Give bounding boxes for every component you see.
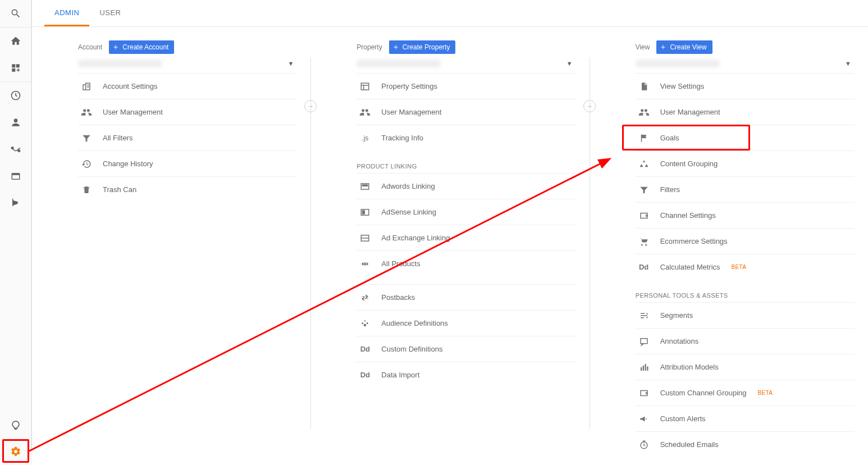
create-property-button[interactable]: Create Property xyxy=(389,40,456,54)
postbacks-item[interactable]: Postbacks xyxy=(357,284,575,310)
annotation-icon xyxy=(638,336,650,347)
caret-down-icon: ▼ xyxy=(287,60,294,67)
segments-icon xyxy=(638,311,650,321)
create-view-label: Create View xyxy=(670,43,706,51)
clock-icon xyxy=(638,440,650,450)
property-selector[interactable]: ▼ xyxy=(357,57,575,73)
attribution-models-item[interactable]: Attribution Models xyxy=(636,354,855,380)
trash-icon xyxy=(80,185,93,195)
cart-icon xyxy=(638,236,650,247)
trash-can-item[interactable]: Trash Can xyxy=(78,176,297,202)
view-user-management-item[interactable]: User Management xyxy=(636,99,855,125)
scheduled-emails-item[interactable]: Scheduled Emails xyxy=(636,431,855,457)
ad-exchange-linking-item[interactable]: Ad Exchange Linking xyxy=(357,225,575,250)
account-user-management-item[interactable]: User Management xyxy=(78,99,297,125)
svg-rect-23 xyxy=(641,390,647,395)
svg-rect-2 xyxy=(12,69,15,72)
goals-item[interactable]: Goals xyxy=(636,125,855,151)
main-area: ADMIN USER Account Create Account ▼ Acco… xyxy=(31,0,868,452)
behavior-icon[interactable] xyxy=(0,163,31,190)
history-icon xyxy=(80,159,93,169)
menu-label: Channel Settings xyxy=(660,211,716,220)
filter-icon xyxy=(638,185,650,195)
svg-point-15 xyxy=(363,263,364,264)
js-icon: .js xyxy=(359,134,371,142)
personal-tools-section: PERSONAL TOOLS & ASSETS xyxy=(636,283,855,302)
bars-icon xyxy=(638,362,650,372)
property-user-management-item[interactable]: User Management xyxy=(357,99,575,125)
tab-user[interactable]: USER xyxy=(89,0,131,26)
all-filters-item[interactable]: All Filters xyxy=(78,125,297,151)
menu-label: AdSense Linking xyxy=(381,208,436,216)
dd-icon: Dd xyxy=(359,371,371,379)
menu-label: View Settings xyxy=(660,82,705,90)
custom-alerts-item[interactable]: Custom Alerts xyxy=(636,405,855,431)
view-selector[interactable]: ▼ xyxy=(636,57,855,73)
svg-rect-19 xyxy=(641,367,642,371)
svg-rect-12 xyxy=(363,211,365,214)
svg-rect-0 xyxy=(12,64,15,67)
segments-item[interactable]: Segments xyxy=(636,302,855,328)
view-label: View xyxy=(636,43,650,51)
svg-point-4 xyxy=(12,147,13,149)
menu-label: Account Settings xyxy=(103,82,158,90)
custom-channel-grouping-item[interactable]: Custom Channel Grouping BETA xyxy=(636,380,855,405)
conversions-icon[interactable] xyxy=(0,190,31,217)
menu-label: Scheduled Emails xyxy=(660,440,719,449)
svg-rect-18 xyxy=(641,338,647,343)
property-label: Property xyxy=(357,43,382,51)
flag-icon xyxy=(638,133,650,143)
layout-icon xyxy=(359,81,371,92)
discover-icon[interactable] xyxy=(0,411,31,438)
property-settings-item[interactable]: Property Settings xyxy=(357,73,575,99)
content-grouping-item[interactable]: Content Grouping xyxy=(636,151,855,176)
svg-point-5 xyxy=(18,150,20,152)
menu-label: Ad Exchange Linking xyxy=(381,234,450,242)
svg-rect-1 xyxy=(16,64,20,67)
search-icon[interactable] xyxy=(0,0,31,27)
svg-rect-10 xyxy=(363,185,368,186)
tracking-info-item[interactable]: .js Tracking Info xyxy=(357,125,575,151)
all-products-item[interactable]: All Products xyxy=(357,250,575,276)
create-account-button[interactable]: Create Account xyxy=(109,40,174,54)
menu-label: Goals xyxy=(660,134,679,142)
tab-admin[interactable]: ADMIN xyxy=(44,0,89,26)
home-icon[interactable] xyxy=(0,28,31,54)
svg-rect-7 xyxy=(12,174,20,175)
menu-label: Adwords Linking xyxy=(381,182,435,190)
admin-gear-icon[interactable] xyxy=(0,438,31,465)
audience-def-icon xyxy=(359,318,371,329)
menu-label: Calculated Metrics xyxy=(660,263,720,271)
adsense-linking-item[interactable]: AdSense Linking xyxy=(357,199,575,225)
building-icon xyxy=(80,81,93,92)
ecommerce-settings-item[interactable]: Ecommerce Settings xyxy=(636,228,855,254)
annotations-item[interactable]: Annotations xyxy=(636,328,855,354)
menu-label: Audience Definitions xyxy=(381,319,448,327)
account-name-blurred xyxy=(78,60,162,67)
filters-item[interactable]: Filters xyxy=(636,176,855,202)
acquisition-icon[interactable] xyxy=(0,136,31,163)
create-view-button[interactable]: Create View xyxy=(656,40,712,54)
adwords-linking-item[interactable]: Adwords Linking xyxy=(357,173,575,199)
account-settings-item[interactable]: Account Settings xyxy=(78,73,297,99)
data-import-item[interactable]: Dd Data Import xyxy=(357,362,575,388)
create-property-label: Create Property xyxy=(403,43,450,51)
adexchange-icon xyxy=(359,233,371,243)
audience-icon[interactable] xyxy=(0,109,31,136)
menu-label: User Management xyxy=(103,108,163,116)
caret-down-icon: ▼ xyxy=(845,60,851,67)
adwords-icon xyxy=(359,181,371,192)
realtime-icon[interactable] xyxy=(0,82,31,109)
channel-settings-item[interactable]: Channel Settings xyxy=(636,202,855,228)
menu-label: Tracking Info xyxy=(381,134,423,142)
menu-label: User Management xyxy=(660,108,720,116)
audience-definitions-item[interactable]: Audience Definitions xyxy=(357,310,575,336)
view-settings-item[interactable]: View Settings xyxy=(636,73,855,99)
change-history-item[interactable]: Change History xyxy=(78,151,297,176)
custom-definitions-item[interactable]: Dd Custom Definitions xyxy=(357,336,575,362)
account-selector[interactable]: ▼ xyxy=(78,57,297,73)
calculated-metrics-item[interactable]: Dd Calculated Metrics BETA xyxy=(636,254,855,280)
menu-label: Trash Can xyxy=(103,185,136,194)
customization-icon[interactable] xyxy=(0,54,31,81)
menu-label: Attribution Models xyxy=(660,363,719,371)
